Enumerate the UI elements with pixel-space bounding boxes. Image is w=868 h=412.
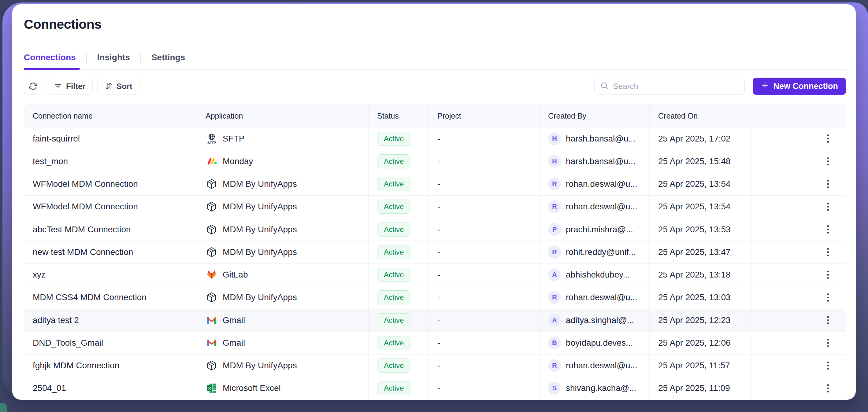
avatar: R: [548, 200, 561, 213]
row-actions-button[interactable]: [810, 196, 846, 218]
application-name: MDM By UnifyApps: [223, 202, 297, 211]
row-actions-button[interactable]: [810, 332, 846, 354]
mdm-icon: [206, 359, 218, 372]
row-actions-button[interactable]: [810, 218, 846, 241]
connection-name: WFModel MDM Connection: [33, 202, 138, 211]
tab-connections[interactable]: Connections: [24, 48, 76, 69]
spacer-cell: [751, 241, 810, 263]
table-row[interactable]: abcTest MDM Connection MDM By UnifyApps …: [24, 218, 846, 241]
application-name: Gmail: [223, 338, 245, 348]
table-row[interactable]: fghjk MDM Connection MDM By UnifyApps Ac…: [24, 354, 846, 377]
column-header-application: Application: [197, 105, 369, 127]
row-actions-button[interactable]: [810, 264, 846, 286]
row-actions-button[interactable]: [810, 354, 846, 377]
sort-button-label: Sort: [117, 81, 132, 91]
project-value: -: [437, 360, 440, 371]
tab-insights[interactable]: Insights: [97, 48, 130, 69]
project-value: -: [437, 293, 440, 302]
connection-name: 2504_01: [33, 383, 66, 393]
kebab-menu-icon: [825, 178, 831, 190]
status-badge: Active: [377, 177, 410, 191]
tab-settings[interactable]: Settings: [151, 48, 185, 69]
table-row[interactable]: 2504_01 X Microsoft Excel Active - S shi…: [24, 377, 846, 400]
project-value: -: [437, 225, 440, 234]
filter-button-label: Filter: [66, 81, 86, 91]
row-actions-button[interactable]: [810, 309, 846, 331]
sort-button[interactable]: Sort: [97, 78, 140, 95]
new-connection-button[interactable]: New Connection: [753, 78, 846, 95]
mdm-icon: [206, 201, 218, 213]
row-actions-button[interactable]: [810, 128, 846, 150]
status-badge: Active: [377, 132, 410, 146]
created-on-value: 25 Apr 2025, 17:02: [658, 134, 731, 144]
spacer-cell: [751, 354, 810, 377]
avatar: H: [548, 155, 561, 168]
created-on-value: 25 Apr 2025, 11:57: [658, 360, 730, 371]
status-badge: Active: [377, 313, 410, 327]
table-row[interactable]: new test MDM Connection MDM By UnifyApps…: [24, 241, 846, 263]
created-on-value: 25 Apr 2025, 13:47: [658, 247, 731, 257]
creator-email: harsh.bansal@u...: [566, 134, 636, 144]
search-icon: [600, 81, 609, 91]
refresh-button[interactable]: [24, 78, 42, 95]
creator-email: rohit.reddy@unif...: [566, 247, 636, 257]
kebab-menu-icon: [825, 314, 831, 326]
table-row[interactable]: MDM CSS4 MDM Connection MDM By UnifyApps…: [24, 286, 846, 309]
created-on-value: 25 Apr 2025, 13:18: [658, 270, 731, 280]
tab-connections-label: Connections: [24, 53, 76, 62]
created-on-value: 25 Apr 2025, 12:23: [658, 315, 731, 325]
row-actions-button[interactable]: [810, 286, 846, 309]
application-name: MDM By UnifyApps: [223, 293, 297, 302]
column-header-actions: [810, 105, 846, 127]
row-actions-button[interactable]: [810, 173, 846, 195]
created-on-value: 25 Apr 2025, 13:53: [658, 225, 731, 234]
connections-window: Connections Connections Insights Setting…: [12, 4, 856, 400]
row-actions-button[interactable]: [810, 150, 846, 172]
tab-bar: Connections Insights Settings: [24, 48, 846, 70]
spacer-cell: [751, 173, 810, 195]
table-row[interactable]: WFModel MDM Connection MDM By UnifyApps …: [24, 173, 846, 195]
plus-icon: [761, 81, 769, 92]
row-actions-button[interactable]: [810, 241, 846, 263]
connection-name: abcTest MDM Connection: [33, 225, 131, 234]
avatar: R: [548, 359, 561, 372]
table-row[interactable]: test_mon Monday Active - H harsh.bansal@…: [24, 150, 846, 172]
row-actions-button[interactable]: [810, 377, 846, 400]
filter-button[interactable]: Filter: [47, 78, 93, 95]
avatar: A: [548, 268, 561, 281]
column-header-status: Status: [369, 105, 429, 127]
project-value: -: [437, 202, 440, 211]
mdm-icon: [206, 224, 218, 236]
filter-lines-icon: [54, 82, 62, 91]
created-on-value: 25 Apr 2025, 13:03: [658, 293, 731, 302]
creator-email: rohan.deswal@u...: [566, 360, 638, 371]
created-on-value: 25 Apr 2025, 11:09: [658, 383, 730, 393]
kebab-menu-icon: [825, 133, 831, 144]
table-row[interactable]: aditya test 2 Gmail Active - A aditya.si…: [24, 309, 846, 331]
table-row[interactable]: DND_Tools_Gmail Gmail Active - B boyidap…: [24, 331, 846, 354]
gmail-icon: [206, 314, 218, 327]
table-row[interactable]: xyz GitLab Active - A abhishekdubey... 2…: [24, 264, 846, 286]
application-name: SFTP: [223, 134, 245, 144]
creator-email: abhishekdubey...: [566, 270, 630, 280]
new-connection-label: New Connection: [773, 81, 838, 91]
avatar: A: [548, 314, 561, 327]
connection-name: MDM CSS4 MDM Connection: [33, 293, 147, 302]
search-box: [594, 78, 745, 95]
spacer-cell: [751, 309, 810, 331]
gitlab-icon: [206, 269, 218, 281]
tab-settings-label: Settings: [151, 53, 185, 62]
kebab-menu-icon: [825, 382, 831, 394]
kebab-menu-icon: [825, 224, 831, 235]
table-row[interactable]: faint-squirrel SFTP SFTP Active - H hars…: [24, 127, 846, 150]
connection-name: xyz: [33, 270, 45, 280]
connections-table: Connection name Application Status Proje…: [24, 104, 846, 400]
avatar: S: [548, 382, 561, 394]
table-row[interactable]: WFModel MDM Connection MDM By UnifyApps …: [24, 195, 846, 218]
spacer-cell: [751, 264, 810, 286]
creator-email: shivang.kacha@...: [566, 383, 637, 393]
search-input[interactable]: [612, 81, 739, 91]
mdm-icon: [206, 246, 218, 258]
application-name: Monday: [223, 157, 253, 166]
excel-icon: X: [206, 382, 218, 394]
